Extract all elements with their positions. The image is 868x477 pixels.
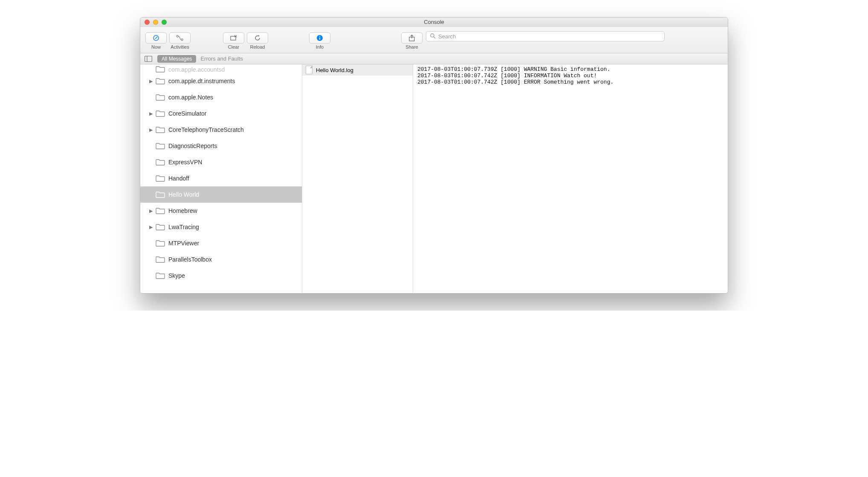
- disclosure-triangle-icon[interactable]: ▶: [149, 111, 153, 116]
- reload-icon: [254, 34, 261, 42]
- svg-rect-11: [145, 56, 152, 61]
- activities-label: Activities: [171, 44, 189, 49]
- sidebar-item[interactable]: ▶ParallelsToolbox: [140, 251, 302, 268]
- sidebar-item-label: Homebrew: [168, 207, 197, 214]
- sidebar-item[interactable]: ▶LwaTracing: [140, 219, 302, 235]
- sidebar-toggle-button[interactable]: [144, 55, 153, 63]
- sidebar-item-label: com.apple.accountsd: [168, 66, 225, 73]
- folder-icon: [156, 142, 165, 150]
- close-button[interactable]: [145, 20, 150, 25]
- info-label: Info: [316, 44, 324, 49]
- info-button[interactable]: [309, 32, 330, 44]
- tab-all-messages[interactable]: All Messages: [157, 55, 196, 63]
- toolbar: Now Activities Clear: [140, 27, 728, 53]
- main-area: ▶com.apple.accountsd▶com.apple.dt.instru…: [140, 64, 728, 293]
- folder-icon: [156, 77, 165, 85]
- sidebar-item[interactable]: ▶com.apple.Notes: [140, 89, 302, 105]
- titlebar: Console: [140, 17, 728, 27]
- share-button[interactable]: [401, 32, 422, 44]
- svg-marker-5: [258, 35, 260, 36]
- sidebar-item-label: ExpressVPN: [168, 159, 202, 166]
- sidebar-item[interactable]: ▶Hello World: [140, 186, 302, 203]
- disclosure-triangle-icon[interactable]: ▶: [149, 208, 153, 214]
- file-row[interactable]: Hello World.log: [302, 64, 413, 76]
- sidebar-item[interactable]: ▶CoreTelephonyTraceScratch: [140, 122, 302, 138]
- sidebar-item-label: CoreSimulator: [168, 110, 206, 117]
- document-icon: [306, 66, 312, 74]
- folder-icon: [156, 207, 165, 215]
- sidebar-item-label: CoreTelephonyTraceScratch: [168, 126, 244, 133]
- info-icon: [316, 34, 324, 42]
- disclosure-triangle-icon[interactable]: ▶: [149, 224, 153, 230]
- share-icon: [408, 34, 415, 42]
- clear-label: Clear: [228, 44, 239, 49]
- folder-icon: [156, 65, 165, 73]
- search-field[interactable]: Search: [426, 31, 665, 41]
- sidebar-item[interactable]: ▶com.apple.accountsd: [140, 64, 302, 73]
- window-title: Console: [140, 19, 728, 25]
- minimize-button[interactable]: [153, 20, 158, 25]
- clear-button[interactable]: [223, 32, 244, 44]
- svg-point-7: [319, 36, 320, 37]
- svg-point-3: [181, 39, 183, 41]
- sidebar-item-label: ParallelsToolbox: [168, 256, 212, 263]
- window-controls: [140, 20, 167, 25]
- reload-button[interactable]: [247, 32, 268, 44]
- folder-icon: [156, 110, 165, 117]
- folder-icon: [156, 272, 165, 279]
- file-name: Hello World.log: [316, 67, 353, 73]
- sidebar-item-label: LwaTracing: [168, 224, 199, 230]
- folder-icon: [156, 158, 165, 166]
- sidebar-item-label: com.apple.Notes: [168, 94, 213, 101]
- sidebar-item-label: DiagnosticReports: [168, 143, 217, 149]
- sidebar-item[interactable]: ▶MTPViewer: [140, 235, 302, 251]
- zoom-button[interactable]: [162, 20, 167, 25]
- sidebar[interactable]: ▶com.apple.accountsd▶com.apple.dt.instru…: [140, 64, 302, 293]
- sidebar-item[interactable]: ▶Skype: [140, 268, 302, 284]
- console-window: Console Now Activities: [140, 17, 728, 294]
- activities-button[interactable]: [169, 32, 191, 44]
- search-icon: [430, 33, 436, 40]
- folder-icon: [156, 223, 165, 231]
- log-pane[interactable]: 2017-08-03T01:00:07.739Z [1000] WARNING …: [413, 64, 728, 293]
- sidebar-item[interactable]: ▶Handoff: [140, 170, 302, 186]
- tab-errors-and-faults[interactable]: Errors and Faults: [200, 55, 243, 62]
- activities-icon: [176, 35, 184, 41]
- sidebar-item[interactable]: ▶Homebrew: [140, 203, 302, 219]
- folder-icon: [156, 191, 165, 198]
- share-label: Share: [405, 44, 418, 49]
- sidebar-item[interactable]: ▶ExpressVPN: [140, 154, 302, 170]
- folder-icon: [156, 256, 165, 263]
- sidebar-item-label: Handoff: [168, 175, 189, 182]
- disclosure-triangle-icon[interactable]: ▶: [149, 79, 153, 84]
- now-button[interactable]: [145, 32, 167, 44]
- file-list[interactable]: Hello World.log: [302, 64, 413, 293]
- svg-point-10: [431, 34, 434, 37]
- sidebar-item-label: com.apple.dt.instruments: [168, 78, 235, 84]
- folder-icon: [156, 175, 165, 182]
- sidebar-item-label: Hello World: [168, 191, 199, 198]
- now-icon: [152, 34, 160, 42]
- sidebar-item[interactable]: ▶com.apple.dt.instruments: [140, 73, 302, 89]
- svg-point-2: [176, 35, 178, 37]
- folder-icon: [156, 239, 165, 247]
- sidebar-item[interactable]: ▶DiagnosticReports: [140, 138, 302, 154]
- sidebar-item-label: MTPViewer: [168, 240, 199, 247]
- filter-bar: All Messages Errors and Faults: [140, 53, 728, 64]
- now-label: Now: [151, 44, 161, 49]
- folder-icon: [156, 93, 165, 101]
- search-placeholder: Search: [438, 33, 456, 40]
- clear-icon: [229, 35, 238, 41]
- disclosure-triangle-icon[interactable]: ▶: [149, 127, 153, 133]
- sidebar-item[interactable]: ▶CoreSimulator: [140, 105, 302, 122]
- reload-label: Reload: [250, 44, 265, 49]
- folder-icon: [156, 126, 165, 134]
- sidebar-item-label: Skype: [168, 272, 185, 279]
- svg-rect-8: [319, 38, 320, 40]
